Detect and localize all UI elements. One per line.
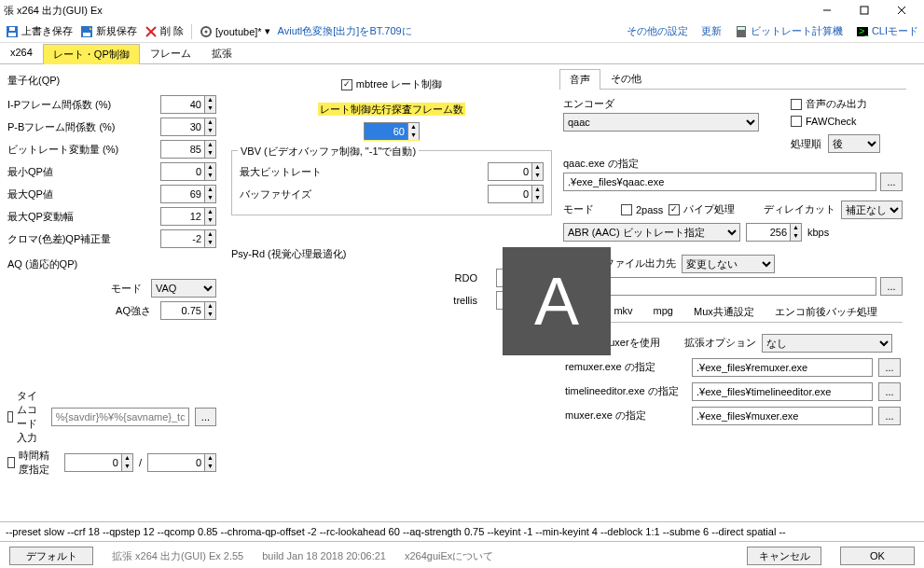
delete-icon (145, 25, 158, 38)
qaac-exe-path[interactable] (563, 173, 876, 191)
tleditor-path[interactable] (692, 382, 873, 401)
rdo-label: RDO (231, 272, 496, 284)
timecode-label: タイムコード入力 (17, 389, 46, 445)
aq-strength-label: AQ強さ (7, 304, 160, 318)
tleditor-label: timelineeditor.exe の指定 (565, 384, 686, 398)
qpstep-label: 最大QP変動幅 (7, 210, 160, 224)
default-button[interactable]: デフォルト (9, 547, 93, 565)
remuxer-browse[interactable]: ... (878, 358, 901, 377)
tab-x264[interactable]: x264 (0, 43, 43, 63)
br-var-input[interactable]: ▲▼ (160, 140, 216, 159)
muxer-browse[interactable]: ... (878, 407, 901, 425)
timeprec-check[interactable]: 時間精度指定 (7, 449, 59, 477)
tab-rate-qp[interactable]: レート・QP制御 (43, 44, 140, 64)
qaac-exe-browse[interactable]: ... (880, 173, 903, 191)
tab-batch[interactable]: エンコ前後バッチ処理 (765, 301, 888, 322)
profile-dropdown[interactable]: [youtube]* ▾ (200, 25, 270, 38)
chroma-input[interactable]: ▲▼ (160, 229, 216, 248)
svg-rect-8 (83, 33, 90, 36)
maximize-button[interactable] (846, 0, 883, 21)
close-button[interactable] (883, 0, 920, 21)
pb-ratio-label: P-Bフレーム間係数 (%) (7, 120, 160, 134)
svg-rect-1 (861, 7, 868, 14)
update-link[interactable]: 更新 (701, 24, 722, 38)
minimize-button[interactable] (808, 0, 846, 21)
vbv-buf-label: バッファサイズ (240, 187, 488, 201)
tab-audio[interactable]: 音声 (559, 69, 600, 90)
overlay-a-icon: A (503, 247, 611, 355)
br-var-label: ビットレート変動量 (%) (7, 143, 160, 157)
qp-group-title: 量子化(QP) (7, 74, 216, 88)
delay-select[interactable]: 補正なし (841, 201, 903, 219)
tab-other[interactable]: その他 (600, 68, 652, 89)
svg-text:>_: >_ (859, 25, 869, 36)
chevron-down-icon: ▾ (265, 25, 270, 37)
svg-point-12 (205, 30, 208, 33)
cancel-button[interactable]: キャンセル (747, 547, 821, 565)
trellis-label: trellis (231, 295, 496, 306)
tab-ext[interactable]: 拡張 (201, 43, 242, 63)
vbv-buf-input[interactable]: ▲▼ (488, 185, 544, 203)
tab-frame[interactable]: フレーム (140, 43, 201, 63)
timecode-check[interactable]: タイムコード入力 (7, 389, 46, 445)
audio-temp-browse[interactable]: ... (880, 277, 903, 296)
ip-ratio-label: I-Pフレーム間係数 (%) (7, 98, 160, 112)
remuxer-path[interactable] (692, 358, 873, 377)
audio-only-check[interactable]: 音声のみ出力 (791, 97, 867, 111)
save-label: 上書き保存 (21, 24, 73, 38)
svg-rect-5 (8, 33, 16, 36)
lookahead-input[interactable]: ▲▼ (364, 122, 420, 141)
audio-mode-select[interactable]: ABR (AAC) ビットレート指定 (563, 223, 740, 242)
twopass-check[interactable]: 2pass (621, 204, 663, 215)
bitrate-calc-link[interactable]: ビットレート計算機 (735, 24, 843, 38)
pb-ratio-input[interactable]: ▲▼ (160, 118, 216, 136)
timecode-path[interactable] (51, 408, 189, 426)
order-select[interactable]: 後 (828, 134, 880, 153)
save-as-button[interactable]: 新規保存 (80, 24, 137, 38)
timeprec-num[interactable]: ▲▼ (64, 453, 133, 472)
other-settings-link[interactable]: その他の設定 (627, 24, 688, 38)
svg-rect-14 (738, 27, 745, 30)
timeprec-den[interactable]: ▲▼ (147, 453, 216, 472)
qpmin-input[interactable]: ▲▼ (160, 162, 216, 181)
pipe-check[interactable]: ✓パイプ処理 (669, 202, 735, 216)
cli-mode-link[interactable]: >_ CLIモード (856, 24, 918, 38)
qpmax-input[interactable]: ▲▼ (160, 185, 216, 203)
build-label: build Jan 18 2018 20:06:21 (262, 550, 386, 561)
timecode-browse[interactable]: ... (195, 408, 216, 426)
vbv-group: VBV (ビデオバッファ制御, "-1"で自動) 最大ビットレート ▲▼ バッフ… (231, 150, 552, 215)
encoder-label: エンコーダ (563, 97, 781, 111)
profile-label: [youtube]* (215, 26, 262, 37)
tab-mpg[interactable]: mpg (643, 301, 683, 322)
aq-mode-label: モード (7, 282, 151, 296)
window-title: 張 x264 出力(GUI) Ex (4, 4, 808, 18)
save-button[interactable]: 上書き保存 (6, 24, 73, 38)
qpstep-input[interactable]: ▲▼ (160, 207, 216, 226)
fawcheck-check[interactable]: FAWCheck (791, 116, 857, 127)
delete-label: 削 除 (160, 24, 184, 38)
tleditor-browse[interactable]: ... (878, 382, 901, 401)
gear-icon (200, 25, 213, 38)
audio-bitrate-input[interactable]: ▲▼ (746, 223, 802, 242)
encoder-select[interactable]: qaac (563, 113, 759, 132)
timeprec-label: 時間精度指定 (19, 449, 59, 477)
delete-button[interactable]: 削 除 (145, 24, 184, 38)
vbv-legend: VBV (ビデオバッファ制御, "-1"で自動) (238, 145, 419, 159)
version-label: 拡張 x264 出力(GUI) Ex 2.55 (112, 549, 243, 563)
audio-temp-select[interactable]: 変更しない (682, 255, 775, 273)
command-line[interactable]: --preset slow --crf 18 --qpstep 12 --qco… (0, 521, 924, 542)
aq-mode-select[interactable]: VAQ (151, 279, 216, 298)
about-link[interactable]: x264guiExについて (405, 549, 493, 563)
vbv-max-input[interactable]: ▲▼ (488, 162, 544, 181)
muxer-path[interactable] (692, 407, 873, 425)
aq-strength-input[interactable]: ▲▼ (160, 301, 216, 320)
ok-button[interactable]: OK (840, 547, 915, 565)
qpmin-label: 最小QP値 (7, 165, 160, 179)
mbtree-check[interactable]: ✓mbtree レート制御 (341, 77, 442, 91)
chroma-label: クロマ(色差)QP補正量 (7, 232, 160, 246)
color-conv-link[interactable]: Aviutl色変換[出力]をBT.709に (278, 24, 412, 38)
tab-mux-common[interactable]: Mux共通設定 (683, 301, 765, 322)
svg-rect-6 (9, 27, 15, 31)
ip-ratio-input[interactable]: ▲▼ (160, 95, 216, 114)
ext-opt-select[interactable]: なし (762, 334, 892, 353)
